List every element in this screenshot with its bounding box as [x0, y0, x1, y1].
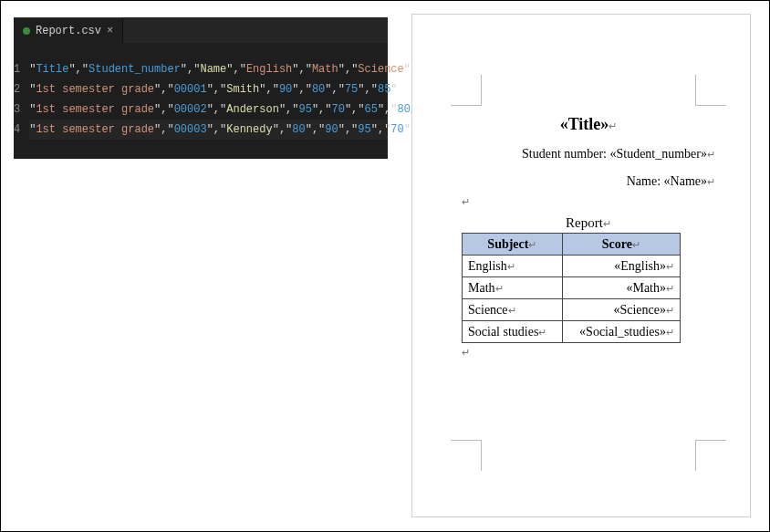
paragraph-mark: ↵ — [707, 176, 715, 187]
code-editor[interactable]: Report.csv × 1234 "Title","Student_numbe… — [14, 17, 388, 159]
title-merge-field: «Title» — [560, 115, 609, 133]
report-table: Subject↵ Score↵ English↵«English»↵Math↵«… — [462, 233, 681, 343]
score-merge-field: «Science»↵ — [562, 299, 680, 321]
student-number-line: Student number: «Student_number»↵ — [462, 147, 715, 162]
empty-paragraph: ↵ — [462, 347, 715, 359]
subject-cell: Science↵ — [463, 299, 563, 321]
report-label: Report↵ — [462, 215, 715, 231]
paragraph-mark: ↵ — [707, 149, 715, 160]
line-number: 1 — [14, 59, 20, 79]
file-icon — [23, 27, 30, 35]
paragraph-mark: ↵ — [609, 120, 617, 131]
tab-bar: Report.csv × — [14, 17, 388, 43]
table-row: Science↵«Science»↵ — [463, 299, 681, 321]
score-merge-field: «Math»↵ — [562, 277, 680, 299]
table-row: Math↵«Math»↵ — [463, 277, 681, 299]
line-number-gutter: 1234 — [14, 59, 29, 140]
student-number-label: Student number: — [522, 147, 609, 161]
screenshot-root: Report.csv × 1234 "Title","Student_numbe… — [0, 0, 770, 532]
crop-mark-tr — [695, 75, 726, 106]
student-number-merge-field: «Student_number» — [609, 147, 707, 161]
table-row: Social studies↵«Social_studies»↵ — [463, 321, 681, 343]
close-icon[interactable]: × — [107, 25, 113, 37]
empty-paragraph: ↵ — [462, 196, 715, 208]
name-label: Name: — [627, 174, 664, 188]
document-content: «Title»↵ Student number: «Student_number… — [462, 115, 715, 359]
header-subject: Subject↵ — [463, 234, 563, 256]
name-merge-field: «Name» — [664, 174, 707, 188]
line-number: 2 — [14, 79, 20, 99]
crop-mark-br — [695, 440, 726, 471]
score-merge-field: «English»↵ — [562, 256, 680, 277]
subject-cell: English↵ — [463, 256, 563, 277]
line-number: 4 — [14, 120, 20, 140]
tab-label: Report.csv — [36, 25, 101, 37]
table-row: English↵«English»↵ — [463, 256, 681, 277]
score-merge-field: «Social_studies»↵ — [562, 321, 680, 343]
subject-cell: Social studies↵ — [463, 321, 563, 343]
header-score: Score↵ — [562, 234, 680, 256]
line-number: 3 — [14, 99, 20, 120]
title-line: «Title»↵ — [462, 115, 715, 134]
crop-mark-bl — [451, 440, 482, 471]
crop-mark-tl — [451, 75, 482, 106]
subject-cell: Math↵ — [463, 277, 563, 299]
name-line: Name: «Name»↵ — [462, 174, 715, 189]
document-page: «Title»↵ Student number: «Student_number… — [411, 14, 751, 517]
tab-report-csv[interactable]: Report.csv × — [14, 17, 123, 43]
paragraph-mark: ↵ — [603, 218, 611, 229]
